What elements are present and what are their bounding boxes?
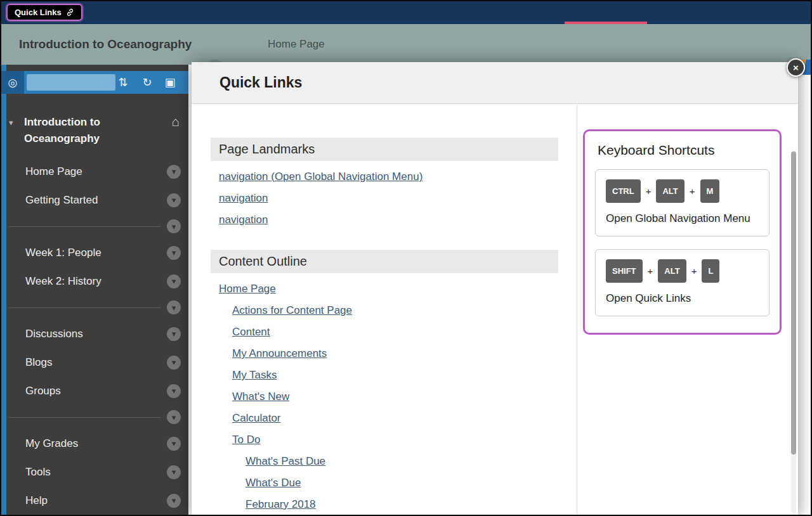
outline-link[interactable]: Content	[232, 326, 270, 339]
target-icon: ◎	[8, 76, 18, 89]
outline-link[interactable]: What's Past Due	[246, 455, 325, 468]
outline-link[interactable]: February 2018	[246, 498, 316, 511]
list-item: What's New	[219, 386, 558, 408]
quick-links-button[interactable]: Quick Links	[6, 4, 82, 21]
chevron-down-icon[interactable]: ▾	[167, 494, 181, 508]
sidebar-divider: ▾	[6, 405, 188, 429]
list-item: To Do	[219, 429, 558, 451]
sidebar-item-week-2-history[interactable]: Week 2: History ▾	[6, 267, 188, 295]
sort-arrows-icon: ⇅	[118, 76, 128, 89]
outline-links: Home Page Actions for Content Page Conte…	[211, 273, 558, 515]
modal-header: Quick Links	[192, 62, 798, 104]
caret-down-icon[interactable]: ▾	[9, 118, 18, 147]
list-item: Home Page	[219, 278, 558, 300]
outline-link[interactable]: What's New	[232, 390, 289, 403]
keyboard-shortcuts-panel: Keyboard Shortcuts CTRL + ALT + M Open G…	[583, 129, 782, 335]
sidebar-nav: ▾ Introduction to Oceanography ⌂ Home Pa…	[6, 109, 188, 515]
menu-display-box[interactable]	[27, 74, 115, 91]
list-item: Content	[219, 321, 558, 343]
sidebar-collapse-strip[interactable]	[1, 65, 6, 516]
chevron-down-icon[interactable]: ▾	[167, 465, 181, 479]
topbar: Quick Links	[1, 1, 811, 24]
sidebar-item-home-page[interactable]: Home Page ▾	[6, 157, 188, 186]
sidebar-item-label: Help	[25, 494, 167, 507]
chevron-down-icon[interactable]: ▾	[167, 327, 181, 341]
scrollbar-thumb[interactable]	[791, 152, 796, 455]
landmark-link[interactable]: navigation (Open Global Navigation Menu)	[219, 171, 422, 183]
list-item: My Tasks	[219, 364, 558, 386]
page: Quick Links Introduction to Oceanography…	[0, 0, 812, 516]
sidebar-divider: ▾	[6, 295, 188, 319]
course-menu-sidebar: ◎ ⇅ ↻ ▣ ▾ Introduction to Oceanography ⌂	[1, 65, 188, 516]
chevron-down-icon[interactable]: ▾	[167, 246, 181, 260]
chevron-down-icon[interactable]: ▾	[167, 410, 181, 424]
modal-left-column: Page Landmarks navigation (Open Global N…	[211, 105, 558, 515]
sidebar-item-label: Blogs	[25, 356, 167, 369]
key-cap: L	[702, 259, 719, 283]
landmark-link[interactable]: navigation	[219, 214, 268, 226]
outline-link[interactable]: Calculator	[232, 412, 281, 425]
modal-body: Page Landmarks navigation (Open Global N…	[192, 105, 798, 516]
sidebar-item-getting-started[interactable]: Getting Started ▾	[6, 186, 188, 214]
list-item: What's Past Due	[219, 451, 558, 472]
course-header: Introduction to Oceanography ▾ Home Page	[1, 24, 811, 65]
key-cap: CTRL	[606, 179, 641, 203]
chevron-down-icon[interactable]: ▾	[167, 165, 181, 179]
scrollbar[interactable]	[791, 150, 796, 515]
sidebar-item-label: Week 1: People	[25, 247, 167, 259]
quick-links-label: Quick Links	[15, 8, 62, 17]
chevron-down-icon[interactable]: ▾	[167, 300, 181, 314]
key-cap: SHIFT	[606, 259, 643, 283]
sidebar-item-label: Discussions	[25, 328, 167, 340]
home-icon: ⌂	[171, 114, 180, 147]
sidebar-toolbar: ◎ ⇅ ↻ ▣	[1, 71, 188, 94]
shortcut-keys: SHIFT + ALT + L	[606, 259, 759, 283]
chevron-down-icon[interactable]: ▾	[167, 193, 181, 207]
chevron-down-icon[interactable]: ▾	[167, 437, 181, 451]
view-toggle-button[interactable]: ◎	[1, 71, 24, 94]
sidebar-item-blogs[interactable]: Blogs ▾	[6, 348, 188, 377]
list-item: Actions for Content Page	[219, 300, 558, 321]
list-item: What's Due	[219, 472, 558, 494]
shortcut-description: Open Global Navigation Menu	[606, 210, 759, 226]
list-item: My Announcements	[219, 343, 558, 364]
refresh-button[interactable]: ↻	[138, 71, 156, 94]
modal-title: Quick Links	[219, 74, 302, 91]
sidebar-item-discussions[interactable]: Discussions ▾	[6, 319, 188, 348]
chevron-down-icon[interactable]: ▾	[167, 219, 181, 233]
sidebar-item-week-1-people[interactable]: Week 1: People ▾	[6, 238, 188, 267]
key-cap: ALT	[656, 179, 684, 203]
shortcut-card: CTRL + ALT + M Open Global Navigation Me…	[595, 169, 769, 236]
outline-link[interactable]: My Tasks	[232, 369, 277, 382]
outline-link[interactable]: Home Page	[219, 283, 276, 295]
list-item: February 2018	[219, 494, 558, 515]
sidebar-item-label: Getting Started	[25, 194, 167, 207]
sidebar-divider: ▾	[6, 214, 188, 238]
list-item: navigation	[219, 188, 558, 209]
panel-icon: ▣	[164, 76, 175, 89]
key-cap: M	[700, 179, 720, 203]
divider	[9, 417, 160, 418]
chevron-down-icon[interactable]: ▾	[167, 384, 181, 398]
sidebar-item-my-grades[interactable]: My Grades ▾	[6, 429, 188, 458]
open-window-button[interactable]: ▣	[161, 71, 179, 94]
plus-sign: +	[646, 186, 652, 197]
sidebar-item-tools[interactable]: Tools ▾	[6, 458, 188, 486]
shortcut-description: Open Quick Links	[606, 290, 759, 306]
outline-link[interactable]: Actions for Content Page	[232, 304, 352, 317]
reorder-button[interactable]: ⇅	[114, 71, 132, 94]
outline-link[interactable]: What's Due	[246, 477, 301, 489]
outline-link[interactable]: My Announcements	[232, 347, 327, 360]
chevron-down-icon[interactable]: ▾	[167, 356, 181, 370]
sidebar-item-groups[interactable]: Groups ▾	[6, 377, 188, 405]
shortcut-keys: CTRL + ALT + M	[606, 179, 759, 203]
chevron-down-icon[interactable]: ▾	[167, 274, 181, 288]
shortcut-card: SHIFT + ALT + L Open Quick Links	[595, 249, 769, 316]
sidebar-course-name[interactable]: Introduction to Oceanography	[24, 114, 166, 147]
sidebar-item-help[interactable]: Help ▾	[6, 486, 188, 515]
divider	[9, 307, 160, 308]
close-button[interactable]: ×	[787, 58, 805, 77]
outline-link[interactable]: To Do	[232, 434, 260, 446]
sidebar-course-title[interactable]: ▾ Introduction to Oceanography ⌂	[6, 109, 188, 157]
landmark-link[interactable]: navigation	[219, 192, 268, 205]
